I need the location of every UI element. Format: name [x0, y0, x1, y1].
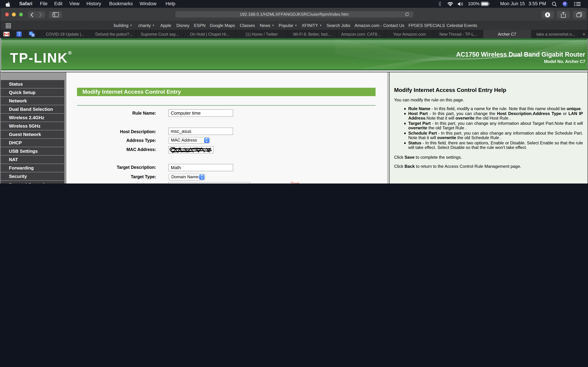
svg-text:文: 文 — [32, 33, 34, 36]
svg-text:3: 3 — [18, 32, 20, 36]
